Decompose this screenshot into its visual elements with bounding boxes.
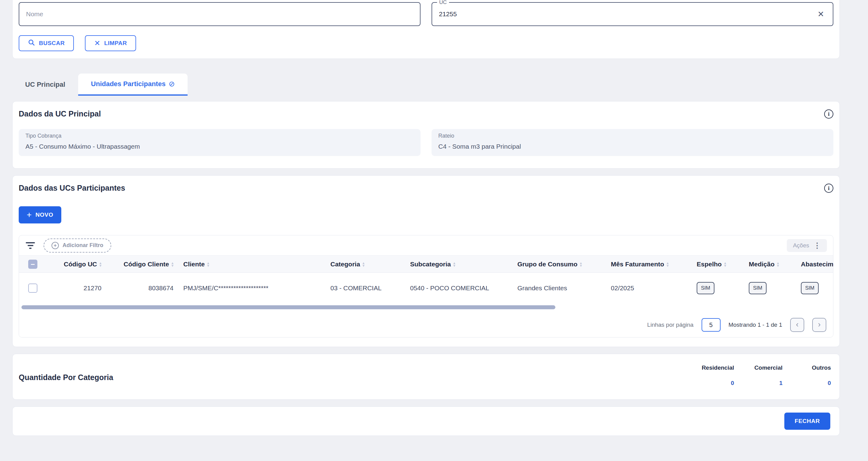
tipo-cobranca-label: Tipo Cobrança — [25, 133, 414, 139]
plus-circle-icon: + — [52, 242, 59, 249]
add-filter-chip[interactable]: + Adicionar Filtro — [43, 239, 111, 252]
tab-bar: UC Principal Unidades Participantes ⊘ — [12, 73, 868, 96]
plus-icon: + — [27, 211, 32, 219]
column-header-mes-faturamento[interactable]: Mês Faturamento ▴▾ — [606, 260, 692, 268]
column-header-categoria[interactable]: Categoria ▴▾ — [326, 260, 405, 268]
espelho-badge: SIM — [697, 282, 714, 294]
row-checkbox[interactable] — [28, 283, 37, 293]
novo-button[interactable]: + NOVO — [19, 206, 61, 223]
column-header-medicao[interactable]: Medição ▴▾ — [744, 260, 796, 268]
medicao-badge: SIM — [749, 282, 767, 294]
rateio-field: Rateio C4 - Soma m3 para Principal — [432, 129, 833, 156]
tab-unidades-participantes[interactable]: Unidades Participantes ⊘ — [78, 73, 188, 96]
participantes-card: Dados das UCs Participantes i + NOVO + A… — [12, 175, 840, 347]
qty-outros-value: 0 — [828, 380, 831, 387]
sort-icon[interactable]: ▴▾ — [777, 262, 779, 267]
rateio-label: Rateio — [438, 133, 827, 139]
filter-icon[interactable] — [25, 242, 36, 249]
qty-residencial-label: Residencial — [702, 364, 734, 371]
limpar-button[interactable]: ✕ LIMPAR — [85, 35, 136, 51]
column-label: Código Cliente — [124, 260, 169, 268]
quantity-card: Quantidade Por Categoria Residencial 0 C… — [12, 354, 840, 400]
showing-text: Mostrando 1 - 1 de 1 — [728, 321, 782, 328]
select-all-checkbox[interactable] — [28, 259, 37, 269]
limpar-label: LIMPAR — [104, 40, 127, 47]
table-row[interactable]: 21270 8038674 PMJ/SME/C*****************… — [19, 273, 833, 303]
cell-categoria: 03 - COMERCIAL — [326, 284, 405, 292]
footer-bar: FECHAR — [12, 406, 840, 436]
scrollbar-thumb[interactable] — [22, 305, 555, 309]
column-header-espelho[interactable]: Espelho ▴▾ — [692, 260, 744, 268]
add-filter-label: Adicionar Filtro — [63, 242, 103, 249]
quantity-card-title: Quantidade Por Categoria — [19, 373, 113, 382]
sort-icon[interactable]: ▴▾ — [363, 262, 365, 267]
column-header-cliente[interactable]: Cliente ▴▾ — [178, 260, 326, 268]
sort-icon[interactable]: ▴▾ — [207, 262, 209, 267]
tipo-cobranca-value: A5 - Consumo Máximo - Ultrapassagem — [25, 143, 414, 150]
abastecimento-badge: SIM — [801, 282, 819, 294]
close-icon: ✕ — [94, 39, 100, 48]
horizontal-scrollbar[interactable] — [19, 303, 833, 313]
info-icon[interactable]: i — [824, 110, 833, 119]
column-label: Cliente — [183, 260, 205, 268]
cell-grupo-consumo: Grandes Clientes — [513, 284, 606, 292]
column-label: Espelho — [697, 260, 722, 268]
clear-icon[interactable]: ✕ — [815, 9, 826, 19]
column-label: Abastecimento — [801, 260, 833, 268]
uc-principal-card: Dados da UC Principal i Tipo Cobrança A5… — [12, 101, 840, 168]
tipo-cobranca-field: Tipo Cobrança A5 - Consumo Máximo - Ultr… — [19, 129, 421, 156]
qty-comercial-value: 1 — [779, 380, 782, 387]
nome-input[interactable] — [19, 2, 421, 26]
page: UC 21255 ✕ BUSCAR ✕ LIMPAR — [0, 0, 868, 457]
column-header-subcategoria[interactable]: Subcategoria ▴▾ — [405, 260, 513, 268]
fechar-button[interactable]: FECHAR — [784, 412, 830, 430]
column-header-codigo-uc[interactable]: Código UC ▴▾ — [46, 260, 106, 268]
rows-per-page-label: Linhas por página — [647, 321, 693, 328]
rateio-value: C4 - Soma m3 para Principal — [438, 143, 827, 150]
acoes-button[interactable]: Ações ⋮ — [787, 239, 827, 252]
sort-icon[interactable]: ▴▾ — [666, 262, 669, 267]
prev-page-button[interactable]: ‹ — [790, 318, 804, 332]
column-label: Subcategoria — [410, 260, 451, 268]
qty-comercial-label: Comercial — [754, 364, 782, 371]
sort-icon[interactable]: ▴▾ — [453, 262, 456, 267]
sort-icon[interactable]: ▴▾ — [171, 262, 174, 267]
kebab-menu-icon: ⋮ — [813, 242, 821, 248]
qty-residencial: Residencial 0 — [700, 364, 734, 387]
column-header-grupo-consumo[interactable]: Grupo de Consumo ▴▾ — [513, 260, 606, 268]
column-label: Medição — [749, 260, 775, 268]
novo-label: NOVO — [36, 212, 53, 218]
column-header-codigo-cliente[interactable]: Código Cliente ▴▾ — [106, 260, 178, 268]
column-label: Código UC — [64, 260, 97, 268]
cell-codigo-uc: 21270 — [46, 284, 106, 292]
sort-icon[interactable]: ▴▾ — [99, 262, 101, 267]
column-label: Categoria — [331, 260, 360, 268]
tab-uc-principal[interactable]: UC Principal — [12, 73, 78, 96]
qty-outros: Outros 0 — [797, 364, 831, 387]
cell-mes-faturamento: 02/2025 — [606, 284, 692, 292]
column-label: Grupo de Consumo — [517, 260, 578, 268]
participantes-card-title: Dados das UCs Participantes — [19, 184, 125, 192]
next-page-button[interactable]: › — [812, 318, 826, 332]
pagination-bar: Linhas por página 5 Mostrando 1 - 1 de 1… — [19, 313, 833, 337]
sort-icon[interactable]: ▴▾ — [724, 262, 726, 267]
uc-principal-card-title: Dados da UC Principal — [19, 110, 101, 118]
column-header-abastecimento[interactable]: Abastecimento ▴▾ — [796, 260, 833, 268]
qty-comercial: Comercial 1 — [749, 364, 782, 387]
buscar-button[interactable]: BUSCAR — [19, 35, 74, 51]
tab-unidades-participantes-label: Unidades Participantes — [91, 80, 165, 88]
info-icon[interactable]: i — [824, 184, 833, 193]
table-header-row: Código UC ▴▾ Código Cliente ▴▾ Cliente ▴… — [19, 256, 833, 273]
cell-codigo-cliente: 8038674 — [106, 284, 178, 292]
circle-slash-icon: ⊘ — [168, 80, 175, 88]
qty-residencial-value: 0 — [731, 380, 734, 387]
sort-icon[interactable]: ▴▾ — [580, 262, 582, 267]
search-card: UC 21255 ✕ BUSCAR ✕ LIMPAR — [12, 0, 840, 59]
acoes-label: Ações — [793, 242, 809, 249]
rows-per-page-select[interactable]: 5 — [702, 318, 720, 332]
buscar-label: BUSCAR — [39, 40, 65, 47]
cell-subcategoria: 0540 - POCO COMERCIAL — [405, 284, 513, 292]
uc-field-value[interactable]: 21255 — [439, 10, 815, 18]
uc-field[interactable]: UC 21255 ✕ — [432, 2, 833, 26]
search-icon — [28, 39, 35, 48]
